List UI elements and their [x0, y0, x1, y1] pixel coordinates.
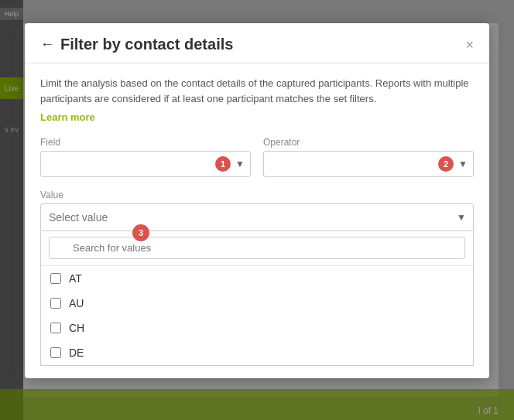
- field-operator-row: Field Country 1 ▼ Operator one of 2 ▼: [40, 137, 474, 177]
- modal-title-row: ← Filter by contact details: [40, 36, 233, 53]
- modal-overlay: ← Filter by contact details × Limit the …: [0, 0, 514, 420]
- value-section: Value ▼ 3 🔍 ATAUCHDE: [40, 190, 474, 366]
- back-button[interactable]: ←: [40, 36, 54, 53]
- list-item[interactable]: CH: [41, 316, 473, 340]
- dropdown-panel: 🔍 ATAUCHDE: [40, 230, 474, 366]
- search-box-wrapper: 🔍: [41, 230, 473, 266]
- operator-select-wrapper: one of 2 ▼: [263, 151, 474, 177]
- checkbox-AU[interactable]: [50, 298, 61, 309]
- checkbox-label-CH: CH: [69, 322, 84, 334]
- field-badge: 1: [215, 156, 231, 172]
- modal-title: Filter by contact details: [60, 36, 233, 53]
- checkbox-AT[interactable]: [50, 273, 61, 284]
- list-item[interactable]: DE: [41, 340, 473, 365]
- filter-modal: ← Filter by contact details × Limit the …: [25, 23, 489, 378]
- field-select-wrapper: Country 1 ▼: [40, 151, 251, 177]
- checkbox-list: ATAUCHDE: [41, 266, 473, 365]
- checkbox-label-AT: AT: [69, 272, 82, 285]
- modal-body: Limit the analysis based on the contact …: [25, 63, 489, 378]
- checkbox-label-DE: DE: [69, 347, 84, 359]
- learn-more-link[interactable]: Learn more: [40, 111, 95, 123]
- value-select[interactable]: [40, 203, 474, 231]
- operator-label: Operator: [263, 137, 474, 148]
- search-input[interactable]: [49, 237, 465, 259]
- value-badge: 3: [132, 224, 149, 241]
- operator-group: Operator one of 2 ▼: [263, 137, 474, 177]
- list-item[interactable]: AT: [41, 266, 473, 291]
- description-text: Limit the analysis based on the contact …: [40, 76, 474, 106]
- operator-badge: 2: [438, 156, 454, 172]
- checkbox-DE[interactable]: [50, 347, 61, 358]
- checkbox-CH[interactable]: [50, 323, 61, 333]
- list-item[interactable]: AU: [41, 291, 473, 316]
- field-label: Field: [40, 137, 251, 148]
- value-label: Value: [40, 190, 474, 200]
- modal-header: ← Filter by contact details ×: [25, 23, 489, 63]
- checkbox-label-AU: AU: [69, 297, 84, 309]
- field-group: Field Country 1 ▼: [40, 137, 251, 177]
- value-select-wrapper: ▼ 3: [40, 203, 474, 231]
- close-button[interactable]: ×: [465, 38, 474, 52]
- search-wrapper: 🔍: [49, 237, 465, 259]
